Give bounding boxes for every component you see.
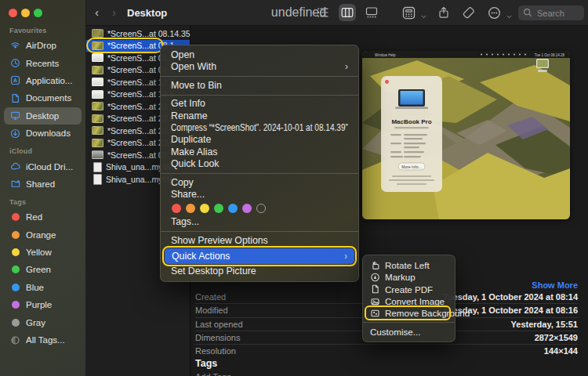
desktop-icon xyxy=(9,110,21,121)
all-tags-icon xyxy=(9,334,21,345)
sidebar-item-documents[interactable]: Documents xyxy=(4,89,82,107)
sidebar-item-green[interactable]: Green xyxy=(4,261,82,278)
submenu-item-markup[interactable]: Markup xyxy=(363,271,455,283)
menu-item-copy[interactable]: Copy xyxy=(161,177,358,189)
sidebar-item-yellow[interactable]: Yellow xyxy=(4,244,82,261)
menu-item-show-preview-options[interactable]: Show Preview Options xyxy=(161,235,358,247)
submenu-item-remove-background[interactable]: Remove Background xyxy=(363,307,455,319)
tag-dot-icon xyxy=(9,282,21,293)
sidebar-item-label: iCloud Dri... xyxy=(26,162,73,172)
sidebar-item-red[interactable]: Red xyxy=(4,208,82,226)
group-button[interactable] xyxy=(400,4,417,21)
show-more-link[interactable]: Show More xyxy=(532,280,578,290)
menu-item-rename[interactable]: Rename xyxy=(161,110,358,122)
zoom-button[interactable] xyxy=(34,9,42,17)
search-field[interactable] xyxy=(518,5,584,20)
sidebar-item-label: Orange xyxy=(26,230,56,240)
tag-color-none[interactable] xyxy=(256,204,266,213)
sidebar-item-orange[interactable]: Orange xyxy=(4,226,82,244)
sidebar-section-icloud: iCloudiCloud Dri...Shared xyxy=(0,147,85,193)
tags-header: Tags xyxy=(195,358,217,369)
share-button[interactable] xyxy=(435,4,452,21)
sidebar-section-label: Favourites xyxy=(0,27,85,37)
metadata-value: 2872×1549 xyxy=(535,333,578,342)
sidebar-item-downloads[interactable]: Downloads xyxy=(4,125,82,142)
search-input[interactable] xyxy=(535,8,584,19)
menu-item-share[interactable]: Share... xyxy=(161,189,358,201)
sidebar-item-all-tags[interactable]: All Tags... xyxy=(4,331,82,349)
sidebar-item-desktop[interactable]: Desktop xyxy=(4,107,82,125)
sidebar-item-label: Blue xyxy=(26,283,44,292)
tag-color-dot[interactable] xyxy=(172,204,181,213)
menu-item-move-to-bin[interactable]: Move to Bin xyxy=(161,80,358,92)
forward-button[interactable]: › xyxy=(112,5,116,20)
rotate-left-icon xyxy=(370,261,380,270)
menu-item-compress-screenshot-2024-10-01-at-08-14-39[interactable]: Compress “*ScreenShot”. 2024-10-01 at 08… xyxy=(161,122,358,134)
more-button[interactable] xyxy=(485,4,503,21)
sidebar-item-shared[interactable]: Shared xyxy=(4,175,82,193)
tag-color-dot[interactable] xyxy=(228,204,238,213)
submenu-item-create-pdf[interactable]: Create PDF xyxy=(363,284,455,295)
menu-item-quick-look[interactable]: Quick Look xyxy=(161,158,358,170)
document-icon xyxy=(9,92,21,103)
sidebar-item-blue[interactable]: Blue xyxy=(4,279,82,296)
menu-item-quick-actions[interactable]: Quick Actions› xyxy=(165,248,354,264)
submenu-item-convert-image[interactable]: Convert Image xyxy=(363,295,455,307)
window-title: Desktop xyxy=(127,7,167,19)
sidebar-item-icloud-dri[interactable]: iCloud Dri... xyxy=(4,157,82,175)
image-thumbnail-icon xyxy=(92,126,103,135)
metadata-label: Resolution xyxy=(195,346,236,356)
image-thumbnail-icon xyxy=(92,53,103,62)
sidebar: FavouritesAirDropRecentsAApplicatio...Do… xyxy=(0,0,86,376)
sidebar-item-label: Desktop xyxy=(26,111,59,121)
menu-separator xyxy=(161,76,358,77)
markup-icon xyxy=(370,273,380,282)
submenu-item-label: Markup xyxy=(385,272,416,282)
menu-item-label: Move to Bin xyxy=(171,80,222,92)
search-icon xyxy=(523,6,532,20)
create-pdf-icon xyxy=(370,284,380,294)
menu-item-set-desktop-picture[interactable]: Set Desktop Picture xyxy=(161,266,358,277)
sidebar-item-purple[interactable]: Purple xyxy=(4,296,82,313)
menu-separator xyxy=(363,322,455,323)
back-button[interactable]: ‹ xyxy=(95,5,99,20)
menu-item-open[interactable]: Open xyxy=(161,49,358,61)
file-row-screens-at-08-14-35[interactable]: *ScreenS...at 08.14.35 xyxy=(86,27,190,40)
menu-item-duplicate[interactable]: Duplicate xyxy=(161,134,358,146)
tag-dot-icon xyxy=(9,247,21,258)
menu-item-make-alias[interactable]: Make Alias xyxy=(161,146,358,158)
image-thumbnail-icon xyxy=(92,150,103,159)
tag-dot-icon xyxy=(9,317,21,328)
menu-item-open-with[interactable]: Open With› xyxy=(161,61,358,73)
preview-desktop-icon xyxy=(536,59,549,72)
menu-item-label: Copy xyxy=(171,177,194,189)
tag-color-dot[interactable] xyxy=(186,204,195,213)
sidebar-item-recents[interactable]: Recents xyxy=(4,54,82,71)
sidebar-item-label: Red xyxy=(26,212,42,222)
icon-view-button[interactable]: undefined xyxy=(290,4,307,21)
submenu-item-customise[interactable]: Customise... xyxy=(363,325,455,337)
image-thumbnail-icon xyxy=(92,102,103,110)
image-thumbnail-icon xyxy=(92,114,103,123)
tag-color-dot[interactable] xyxy=(200,204,209,213)
tag-color-dot[interactable] xyxy=(242,204,252,213)
close-button[interactable] xyxy=(9,9,17,17)
menu-item-tags[interactable]: Tags... xyxy=(161,216,358,228)
submenu-item-label: Convert Image xyxy=(385,296,445,306)
metadata-label: Modified xyxy=(195,306,228,315)
tag-button[interactable] xyxy=(460,4,477,21)
submenu-item-rotate-left[interactable]: Rotate Left xyxy=(363,259,455,271)
document-icon xyxy=(93,162,102,173)
column-view-button[interactable] xyxy=(339,4,356,21)
gallery-view-button[interactable] xyxy=(363,4,380,21)
menu-item-get-info[interactable]: Get Info xyxy=(161,98,358,110)
sidebar-item-applicatio[interactable]: AApplicatio... xyxy=(4,72,82,89)
tag-color-dot[interactable] xyxy=(214,204,223,213)
sidebar-item-gray[interactable]: Gray xyxy=(4,313,82,331)
image-thumbnail-icon xyxy=(92,90,103,99)
sidebar-section-tags: TagsRedOrangeYellowGreenBluePurpleGrayAl… xyxy=(0,198,85,349)
add-tags-partial[interactable]: Add Tags... xyxy=(195,372,238,376)
minimize-button[interactable] xyxy=(21,9,30,17)
sidebar-item-airdrop[interactable]: AirDrop xyxy=(4,37,82,54)
list-view-button[interactable] xyxy=(314,4,332,21)
